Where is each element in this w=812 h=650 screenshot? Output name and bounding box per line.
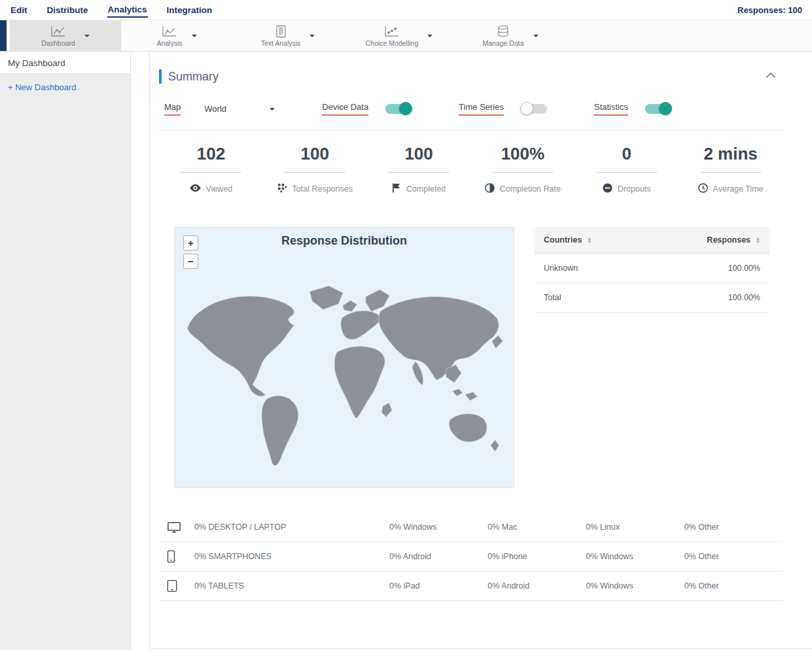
statistics-control-group: Statistics [594, 102, 671, 116]
stat-value: 0 [574, 144, 679, 164]
stat-total-responses: 100 Total Responses [263, 144, 367, 196]
dashboard-chart-icon [50, 25, 67, 38]
chevron-down-icon[interactable] [309, 35, 315, 40]
countries-column-header[interactable]: Countries ▲▼ [544, 235, 591, 245]
flag-icon [392, 183, 401, 195]
toolbar-item-label: Manage Data [482, 39, 523, 47]
toolbar-item-dashboard[interactable]: Dashboard [10, 20, 121, 51]
text-analysis-icon [274, 25, 288, 38]
dashboard-sidebar: My Dashboard + New Dashboard [0, 52, 131, 650]
summary-accent-bar [159, 69, 162, 84]
sidebar-item-my-dashboard[interactable]: My Dashboard [0, 52, 130, 74]
chevron-down-icon[interactable] [192, 35, 197, 40]
stat-value: 100 [367, 144, 471, 164]
stat-underline [701, 172, 761, 173]
device-stat: 0% Android [487, 581, 586, 590]
new-dashboard-button[interactable]: + New Dashboard [8, 82, 122, 92]
device-data-toggle[interactable] [385, 104, 412, 114]
toolbar-item-label: Analysis [156, 39, 182, 47]
chevron-down-icon[interactable] [427, 35, 432, 40]
countries-table-header: Countries ▲▼ Responses ▲▼ [535, 227, 769, 254]
plus-icon: + [8, 82, 13, 92]
world-map-landmass [188, 286, 503, 465]
device-row-smartphones: 0% SMARTPHONES 0% Android 0% iPhone 0% W… [159, 542, 783, 572]
eye-icon [190, 184, 201, 194]
device-stat: 0% Windows [389, 522, 487, 532]
device-row-tablets: 0% TABLETS 0% iPad 0% Android 0% Windows… [159, 572, 783, 601]
stat-label: Total Responses [292, 184, 353, 194]
device-stat: 0% Other [684, 522, 783, 532]
toolbar-item-choice-modelling[interactable]: Choice Modelling [344, 20, 455, 51]
countries-table: Countries ▲▼ Responses ▲▼ Unknown 100.00… [535, 227, 769, 313]
device-category-label: 0% SMARTPHONES [194, 552, 389, 561]
responses-count: Responses: 100 [737, 5, 802, 15]
toolbar-item-analysis[interactable]: Analysis [121, 20, 232, 51]
country-responses: 100.00% [728, 264, 760, 273]
chevron-down-icon[interactable] [84, 35, 90, 40]
time-series-toggle[interactable] [521, 104, 547, 114]
device-stat: 0% iPad [389, 581, 487, 590]
country-responses: 100.00% [728, 293, 760, 302]
statistics-label: Statistics [594, 102, 628, 116]
device-data-control-group: Device Data [322, 102, 412, 116]
top-nav: Edit Distribute Analytics Integration Re… [0, 0, 812, 20]
stat-label: Viewed [206, 184, 233, 194]
table-row: Unknown 100.00% [535, 254, 769, 283]
zoom-in-button[interactable]: + [183, 235, 198, 250]
stat-label: Dropouts [618, 184, 651, 194]
collapse-chevron-icon[interactable] [764, 71, 777, 82]
stat-viewed: 102 Viewed [159, 144, 263, 196]
device-stat: 0% Linux [586, 522, 684, 532]
toolbar-item-label: Text Analysis [261, 39, 301, 47]
stat-completed: 100 Completed [367, 144, 471, 196]
device-stat: 0% Other [684, 581, 783, 590]
nav-item-analytics[interactable]: Analytics [107, 2, 148, 18]
toggle-knob [520, 102, 533, 115]
responses-column-header[interactable]: Responses ▲▼ [707, 235, 760, 245]
stat-completion-rate: 100% Completion Rate [470, 144, 574, 196]
minus-circle-icon [603, 183, 612, 195]
nav-item-edit[interactable]: Edit [10, 3, 28, 17]
app-window: Edit Distribute Analytics Integration Re… [0, 0, 812, 650]
nav-item-integration[interactable]: Integration [166, 3, 213, 17]
statistics-toggle[interactable] [645, 104, 671, 114]
chevron-down-icon[interactable] [533, 35, 538, 40]
stat-label: Average Time [713, 184, 764, 194]
analysis-chart-icon [161, 25, 178, 38]
stat-underline [493, 172, 553, 173]
toolbar-item-text-analysis[interactable]: Text Analysis [232, 20, 344, 51]
device-category-label: 0% DESKTOP / LAPTOP [194, 522, 389, 532]
desktop-icon [167, 521, 194, 534]
stat-dropouts: 0 Dropouts [574, 144, 679, 196]
section-divider [159, 130, 783, 131]
map-title: Response Distribution [175, 234, 514, 248]
toolbar-accent-strip [0, 20, 7, 51]
map-region-select[interactable]: World [204, 104, 275, 114]
time-series-control-group: Time Series [459, 102, 547, 116]
toolbar-item-manage-data[interactable]: Manage Data [455, 20, 566, 51]
device-stat: 0% Windows [586, 581, 684, 590]
stat-value: 2 mins [679, 144, 783, 164]
clock-icon [698, 183, 708, 195]
device-row-desktop: 0% DESKTOP / LAPTOP 0% Windows 0% Mac 0%… [159, 513, 783, 542]
summary-panel: Summary Map World Device Data Time [149, 52, 812, 649]
summary-controls: Map World Device Data Time Series Statis… [164, 102, 783, 116]
nav-item-distribute[interactable]: Distribute [46, 3, 89, 17]
zoom-out-button[interactable]: − [183, 254, 198, 269]
stat-value: 100 [263, 144, 367, 164]
country-name: Total [544, 293, 561, 302]
summary-title: Summary [168, 70, 219, 84]
sort-icon[interactable]: ▲▼ [587, 237, 591, 243]
stat-label: Completion Rate [500, 184, 561, 194]
database-icon [496, 25, 510, 38]
stat-underline [181, 172, 241, 173]
stat-underline [285, 172, 345, 173]
device-stat: 0% Windows [586, 552, 684, 561]
response-distribution-map[interactable]: Response Distribution + − [174, 227, 514, 488]
world-map-canvas[interactable] [179, 268, 510, 479]
device-stat: 0% Other [684, 552, 783, 561]
stat-underline [597, 172, 657, 173]
toggle-knob [659, 102, 672, 115]
device-stat: 0% iPhone [487, 552, 586, 561]
sort-icon[interactable]: ▲▼ [756, 237, 760, 243]
